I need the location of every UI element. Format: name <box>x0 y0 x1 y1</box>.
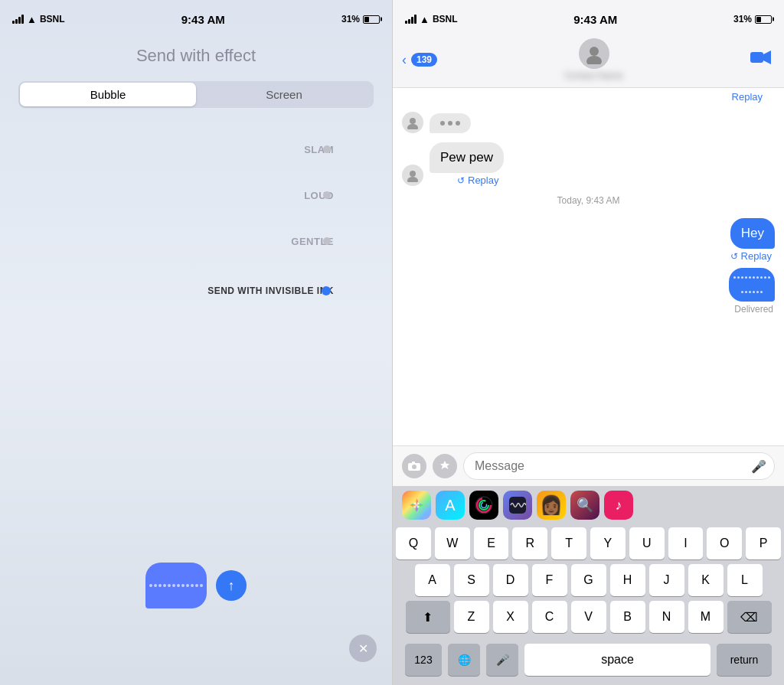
incoming-avatar-icon <box>406 116 420 129</box>
send-button[interactable]: ↑ <box>216 570 247 601</box>
delete-key[interactable]: ⌫ <box>727 601 772 633</box>
invisible-ink-effect[interactable]: SEND WITH INVISIBLE INK <box>0 264 346 318</box>
replay-icon: ↺ <box>457 175 465 186</box>
svg-point-6 <box>410 171 416 177</box>
numbers-key[interactable]: 123 <box>405 644 442 676</box>
ink-bubble <box>729 268 775 302</box>
key-g[interactable]: G <box>571 564 606 596</box>
replay-top[interactable]: Replay <box>402 91 763 103</box>
space-label: space <box>601 653 634 667</box>
video-icon <box>750 49 772 66</box>
video-call-button[interactable] <box>750 49 772 70</box>
camera-button[interactable] <box>402 454 426 478</box>
invisible-ink-label: SEND WITH INVISIBLE INK <box>207 285 334 296</box>
svg-rect-2 <box>750 52 763 63</box>
pew-replay-button[interactable]: ↺ Replay <box>457 175 504 186</box>
message-input[interactable] <box>475 459 746 473</box>
right-battery-icon <box>755 15 772 24</box>
pew-pew-bubble: Pew pew <box>430 142 504 173</box>
mic-key-icon: 🎤 <box>496 654 509 666</box>
messages-area[interactable]: Replay <box>393 88 784 445</box>
slam-dot <box>323 145 331 153</box>
incoming-pew-avatar-icon <box>406 168 420 182</box>
globe-key[interactable]: 🌐 <box>448 644 480 676</box>
photos-app-icon[interactable] <box>402 491 431 520</box>
avatar <box>579 38 609 69</box>
timestamp: Today, 9:43 AM <box>402 195 775 206</box>
key-e[interactable]: E <box>474 527 509 559</box>
gentle-effect[interactable]: GENTLE <box>0 218 346 264</box>
contact-name: Contact Name <box>564 70 623 81</box>
globe-icon: 🌐 <box>458 654 471 666</box>
key-d[interactable]: D <box>493 564 528 596</box>
key-u[interactable]: U <box>629 527 665 559</box>
delivered-label: Delivered <box>734 304 773 315</box>
svg-rect-10 <box>412 462 415 464</box>
back-button[interactable]: ‹ 139 <box>402 52 437 68</box>
key-q[interactable]: Q <box>396 527 431 559</box>
key-o[interactable]: O <box>707 527 742 559</box>
replay-top-label: Replay <box>732 91 763 103</box>
appstore-symbol: A <box>445 497 455 514</box>
search-app-icon[interactable]: 🔍 <box>570 491 599 520</box>
key-p[interactable]: P <box>746 527 781 559</box>
right-carrier-label: BSNL <box>433 14 458 24</box>
key-w[interactable]: W <box>435 527 470 559</box>
key-b[interactable]: B <box>610 601 645 633</box>
signal-icon <box>12 15 24 24</box>
key-t[interactable]: T <box>551 527 586 559</box>
key-k[interactable]: K <box>688 564 724 596</box>
key-f[interactable]: F <box>532 564 567 596</box>
mic-key[interactable]: 🎤 <box>486 644 518 676</box>
carrier-label: BSNL <box>40 14 65 24</box>
hey-replay-icon: ↺ <box>730 251 738 262</box>
svg-point-0 <box>590 47 599 56</box>
key-h[interactable]: H <box>610 564 645 596</box>
appstore-button[interactable] <box>433 454 457 478</box>
screen-tab[interactable]: Screen <box>196 83 372 106</box>
invisible-ink-bubble <box>145 563 207 608</box>
key-n[interactable]: N <box>649 601 684 633</box>
key-m[interactable]: M <box>688 601 724 633</box>
right-carrier: ▲ BSNL <box>405 14 458 25</box>
memoji-app-icon[interactable]: 👩🏾 <box>537 491 566 520</box>
left-time: 9:43 AM <box>181 13 225 26</box>
key-c[interactable]: C <box>532 601 567 633</box>
voice-memos-app-icon[interactable] <box>503 491 532 520</box>
incoming-typing <box>402 112 775 133</box>
slam-effect[interactable]: SLAM <box>0 126 346 172</box>
key-y[interactable]: Y <box>590 527 626 559</box>
outgoing-hey: Hey ↺ Replay <box>402 218 775 262</box>
key-a[interactable]: A <box>415 564 450 596</box>
contact-info[interactable]: Contact Name <box>564 38 623 81</box>
key-j[interactable]: J <box>649 564 684 596</box>
hey-replay-button[interactable]: ↺ Replay <box>730 250 772 262</box>
input-area: 🎤 <box>393 445 784 486</box>
shift-key[interactable]: ⬆ <box>406 601 450 633</box>
left-panel: ▲ BSNL 9:43 AM 31% Send with effect Bubb… <box>0 0 392 685</box>
appstore-app-icon[interactable]: A <box>436 491 465 520</box>
music-app-icon[interactable]: ♪ <box>604 491 633 520</box>
right-battery: 31% <box>733 14 772 24</box>
key-x[interactable]: X <box>493 601 528 633</box>
close-button[interactable]: ✕ <box>349 634 377 662</box>
photos-icon <box>408 497 425 514</box>
return-key[interactable]: return <box>717 644 772 676</box>
key-r[interactable]: R <box>512 527 547 559</box>
key-s[interactable]: S <box>454 564 489 596</box>
left-status-bar: ▲ BSNL 9:43 AM 31% <box>0 0 392 34</box>
space-key[interactable]: space <box>524 644 710 676</box>
fitness-app-icon[interactable] <box>469 491 498 520</box>
search-symbol: 🔍 <box>577 497 593 514</box>
keyboard-bottom-bar: 123 🌐 🎤 space return <box>393 641 784 685</box>
nav-bar: ‹ 139 Contact Name <box>393 34 784 88</box>
bubble-tab[interactable]: Bubble <box>20 83 196 106</box>
loud-effect[interactable]: LOUD <box>0 172 346 218</box>
key-v[interactable]: V <box>571 601 606 633</box>
key-i[interactable]: I <box>668 527 704 559</box>
left-carrier: ▲ BSNL <box>12 14 65 25</box>
key-l[interactable]: L <box>727 564 763 596</box>
svg-point-4 <box>410 118 416 124</box>
key-z[interactable]: Z <box>454 601 489 633</box>
pew-pew-group: Pew pew ↺ Replay <box>430 142 504 186</box>
